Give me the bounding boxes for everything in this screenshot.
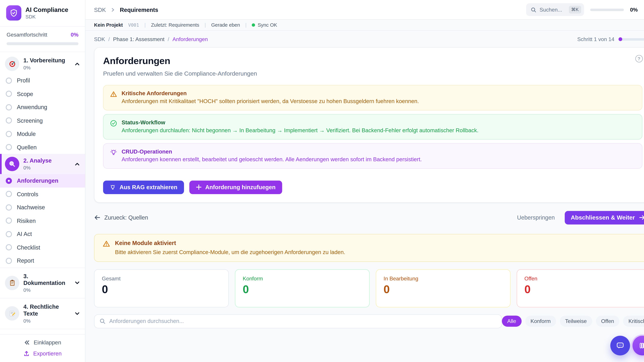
sidebar-item-report[interactable]: Report [0, 254, 85, 268]
search-icon [100, 318, 106, 324]
radio-icon [6, 91, 12, 97]
page-subtitle: Pruefen und verwalten Sie die Compliance… [103, 70, 642, 77]
last-saved-time: Gerade eben [211, 22, 240, 28]
filter-chip-konform[interactable]: Konform [525, 316, 556, 327]
sidebar-item-label: Anwendung [17, 104, 47, 110]
check-circle-icon [110, 120, 117, 134]
overall-progress: Gesamtfortschritt 0% [0, 27, 85, 52]
sidebar-section-dokumentation[interactable]: 3. Dokumentation 0% [0, 270, 85, 296]
sidebar-item-controls[interactable]: Controls [0, 187, 85, 201]
radio-icon [6, 258, 12, 264]
sidebar-item-label: Risiken [17, 217, 36, 224]
skip-button[interactable]: Ueberspringen [517, 214, 555, 221]
crumb-current: Anforderungen [172, 36, 208, 42]
add-requirement-button[interactable]: Anforderung hinzufuegen [189, 180, 282, 194]
overall-progress-bar [6, 42, 78, 45]
clipboard-icon [5, 276, 19, 290]
sidebar-section-rechtliche-texte[interactable]: 4. Rechtliche Texte 0% [0, 301, 85, 327]
back-to-quellen-link[interactable]: Zurueck: Quellen [94, 214, 148, 221]
chevron-up-icon [74, 161, 80, 167]
warning-triangle-icon [110, 91, 117, 105]
sidebar-item-label: Anforderungen [17, 177, 58, 184]
arrow-left-icon [94, 214, 100, 221]
sidebar-item-quellen[interactable]: Quellen [0, 141, 85, 154]
finish-and-next-button[interactable]: Abschliessen & Weiter [565, 211, 644, 224]
sidebar-section-analyse[interactable]: 2. Analyse 0% [0, 154, 85, 174]
sidebar-section-betrieb[interactable]: 5. Betrieb 0% [0, 331, 85, 334]
crumb-phase[interactable]: Phase 1: Assessment [113, 36, 164, 42]
chat-bubble-icon [616, 341, 624, 350]
chat-assistant-button[interactable] [610, 336, 630, 356]
app-logo-block: AI Compliance SDK [0, 0, 85, 27]
extract-from-rag-button[interactable]: Aus RAG extrahieren [103, 180, 184, 194]
sidebar-item-screening[interactable]: Screening [0, 114, 85, 127]
sidebar-item-anwendung[interactable]: Anwendung [0, 100, 85, 114]
filter-row: Alle Konform Teilweise Offen Kritisch [94, 314, 644, 328]
back-link-label: Zurueck: Quellen [104, 214, 148, 221]
export-button[interactable]: Exportieren [24, 351, 62, 357]
requirements-search-input[interactable] [109, 318, 496, 324]
search-shortcut-badge: ⌘K [569, 6, 581, 13]
sidebar: AI Compliance SDK Gesamtfortschritt 0% 1… [0, 0, 85, 362]
sidebar-item-label: Module [17, 131, 36, 137]
stat-label: Offen [524, 275, 644, 281]
crumb-separator: / [168, 36, 169, 42]
sidebar-item-module[interactable]: Module [0, 127, 85, 141]
stat-card-gesamt: Gesamt 0 [94, 269, 229, 307]
section-percent: 0% [24, 65, 65, 70]
filter-chip-kritisch[interactable]: Kritisch [623, 316, 644, 327]
project-name: Kein Projekt [94, 22, 123, 28]
card-help-icon[interactable]: ? [635, 55, 643, 62]
callout-body: Anforderungen mit Kritikalitaet "HOCH" s… [122, 98, 419, 105]
callout-title: CRUD-Operationen [122, 148, 422, 155]
radio-icon [6, 244, 12, 251]
sidebar-item-label: Quellen [17, 144, 36, 150]
overall-progress-value: 0% [71, 32, 78, 38]
stat-card-konform: Konform 0 [235, 269, 370, 307]
sidebar-item-checklist[interactable]: Checklist [0, 241, 85, 254]
sync-label: Sync OK [258, 22, 277, 28]
callout-title: Kritische Anforderungen [122, 90, 419, 96]
sync-status: Sync OK [252, 22, 277, 28]
board-view-button[interactable] [632, 336, 644, 356]
sidebar-item-anforderungen[interactable]: Anforderungen [0, 174, 85, 187]
stat-card-in-bearbeitung: In Bearbeitung 0 [376, 269, 510, 307]
gear-icon [5, 334, 19, 334]
radio-icon [6, 218, 12, 224]
stat-value: 0 [102, 283, 221, 296]
filter-chip-teilweise[interactable]: Teilweise [560, 316, 592, 327]
no-modules-alert: Keine Module aktiviert Bitte aktivieren … [94, 234, 644, 262]
breadcrumb-current: Requirements [120, 6, 158, 13]
extract-button-label: Aus RAG extrahieren [120, 184, 178, 190]
divider: | [144, 22, 146, 28]
overall-progress-label: Gesamtfortschritt [6, 32, 47, 38]
global-search-placeholder: Suchen... [540, 6, 562, 13]
sidebar-item-ai-act[interactable]: AI Act [0, 227, 85, 241]
stat-value: 0 [524, 283, 644, 296]
wizard-nav-row: Zurueck: Quellen Ueberspringen Abschlies… [94, 211, 644, 224]
sidebar-item-risiken[interactable]: Risiken [0, 214, 85, 227]
breadcrumb-root[interactable]: SDK [94, 6, 106, 13]
radio-icon [6, 231, 12, 237]
sidebar-item-nachweise[interactable]: Nachweise [0, 201, 85, 214]
chevron-down-icon [74, 311, 80, 317]
filter-chip-alle[interactable]: Alle [502, 316, 522, 327]
filter-chip-offen[interactable]: Offen [596, 316, 619, 327]
radio-icon [6, 131, 12, 137]
header-progress-value: 0% [630, 6, 638, 13]
warning-triangle-icon [103, 240, 110, 255]
radio-selected-icon [6, 178, 12, 184]
sidebar-item-label: Controls [17, 191, 38, 197]
sidebar-item-scope[interactable]: Scope [0, 87, 85, 100]
global-search-button[interactable]: Suchen... ⌘K [526, 3, 584, 16]
collapse-sidebar-button[interactable]: Einklappen [24, 339, 61, 346]
section-percent: 0% [24, 287, 70, 293]
sidebar-section-vorbereitung[interactable]: 1. Vorbereitung 0% [0, 54, 85, 74]
lightbulb-icon [110, 184, 116, 190]
sidebar-item-label: Profil [17, 77, 30, 84]
magnifier-icon [5, 157, 19, 171]
requirements-search-box [94, 314, 502, 328]
crumb-sdk[interactable]: SDK [94, 36, 105, 42]
section-percent: 0% [24, 165, 52, 171]
sidebar-item-profil[interactable]: Profil [0, 74, 85, 87]
